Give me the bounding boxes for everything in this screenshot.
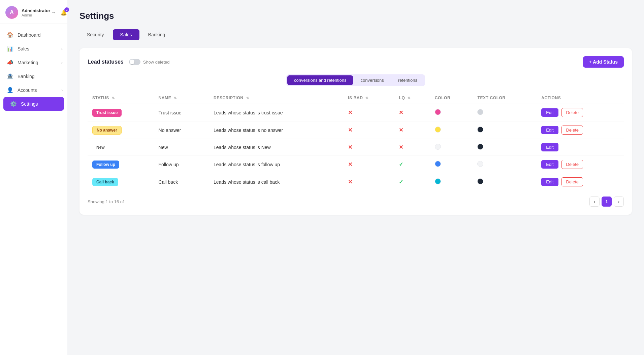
color-cell bbox=[430, 156, 473, 173]
actions-cell: Edit Delete bbox=[537, 173, 624, 191]
home-icon: 🏠 bbox=[7, 32, 13, 38]
col-status: STATUS ⇅ bbox=[88, 92, 154, 104]
lq-cell: ✓ bbox=[394, 156, 430, 173]
section-header-left: Lead statuses Show deleted bbox=[88, 59, 170, 65]
chevron-right-icon: › bbox=[61, 47, 63, 51]
color-cell bbox=[430, 139, 473, 156]
sidebar-item-accounts[interactable]: 👤 Accounts › bbox=[0, 83, 67, 97]
filter-tab-group: conversions and retentions conversions r… bbox=[286, 74, 425, 86]
check-icon: ✓ bbox=[399, 162, 403, 167]
table-body: Trust issue Trust issue Leads whose stat… bbox=[88, 104, 624, 191]
toggle-knob bbox=[130, 60, 134, 64]
text-color-dot bbox=[477, 127, 483, 133]
is-bad-cell: ✕ bbox=[343, 104, 394, 121]
pagination-info: Showing 1 to 16 of bbox=[88, 199, 124, 204]
text-color-cell bbox=[473, 104, 537, 121]
delete-button[interactable]: Delete bbox=[561, 126, 583, 135]
color-dot bbox=[435, 144, 441, 150]
page-title: Settings bbox=[79, 11, 632, 21]
sort-icon: ⇅ bbox=[174, 96, 177, 100]
description-cell: Leads whose status is trust issue bbox=[209, 104, 343, 121]
notification-button[interactable]: 🔔 2 bbox=[60, 9, 68, 16]
text-color-dot bbox=[477, 144, 483, 150]
user-info: Administrator Admin bbox=[22, 8, 50, 17]
chevron-right-icon: › bbox=[61, 61, 63, 65]
logout-button[interactable]: → bbox=[50, 9, 57, 16]
avatar: A bbox=[5, 6, 18, 19]
filter-tab-retentions[interactable]: retentions bbox=[391, 75, 424, 85]
add-status-button[interactable]: + Add Status bbox=[583, 56, 624, 68]
sidebar-item-label: Settings bbox=[21, 101, 38, 107]
color-dot bbox=[435, 178, 441, 184]
text-color-cell bbox=[473, 121, 537, 139]
tab-banking[interactable]: Banking bbox=[141, 29, 173, 40]
delete-button[interactable]: Delete bbox=[561, 177, 583, 186]
table-row: No answer No answer Leads whose status i… bbox=[88, 121, 624, 139]
status-badge: Follow up bbox=[92, 161, 119, 169]
tab-sales[interactable]: Sales bbox=[113, 29, 139, 40]
edit-button[interactable]: Edit bbox=[541, 160, 558, 169]
text-color-dot bbox=[477, 109, 483, 115]
settings-icon: ⚙️ bbox=[10, 101, 17, 107]
user-role: Admin bbox=[22, 13, 50, 17]
name-cell: Call back bbox=[154, 173, 209, 191]
delete-button[interactable]: Delete bbox=[561, 160, 583, 169]
main-content: Settings Security Sales Banking Lead sta… bbox=[67, 0, 644, 355]
is-bad-cell: ✕ bbox=[343, 121, 394, 139]
x-icon: ✕ bbox=[348, 144, 352, 150]
sidebar-user: A Administrator Admin bbox=[5, 6, 50, 19]
col-name: NAME ⇅ bbox=[154, 92, 209, 104]
delete-button[interactable]: Delete bbox=[561, 108, 583, 117]
is-bad-cell: ✕ bbox=[343, 173, 394, 191]
prev-page-button[interactable]: ‹ bbox=[589, 197, 600, 207]
sidebar-nav: 🏠 Dashboard 📊 Sales › 📣 Marketing › 🏦 Ba… bbox=[0, 24, 67, 355]
name-cell: Follow up bbox=[154, 156, 209, 173]
lq-cell: ✕ bbox=[394, 121, 430, 139]
section-title: Lead statuses bbox=[88, 59, 124, 65]
description-cell: Leads whose status is follow up bbox=[209, 156, 343, 173]
x-icon: ✕ bbox=[348, 110, 352, 115]
color-dot bbox=[435, 127, 441, 133]
text-color-cell bbox=[473, 173, 537, 191]
filter-tab-conversions[interactable]: conversions bbox=[354, 75, 390, 85]
table-row: Follow up Follow up Leads whose status i… bbox=[88, 156, 624, 173]
actions-cell: Edit bbox=[537, 139, 624, 156]
edit-button[interactable]: Edit bbox=[541, 143, 558, 151]
user-name: Administrator bbox=[22, 8, 50, 13]
sidebar-item-banking[interactable]: 🏦 Banking bbox=[0, 69, 67, 83]
edit-button[interactable]: Edit bbox=[541, 178, 558, 186]
text-color-cell bbox=[473, 139, 537, 156]
sidebar-item-dashboard[interactable]: 🏠 Dashboard bbox=[0, 28, 67, 42]
x-icon: ✕ bbox=[348, 162, 352, 167]
current-page: 1 bbox=[602, 197, 612, 207]
table-row: New New Leads whose status is New ✕ ✕ Ed… bbox=[88, 139, 624, 156]
sidebar-item-sales[interactable]: 📊 Sales › bbox=[0, 42, 67, 56]
filter-tab-conversions-retentions[interactable]: conversions and retentions bbox=[287, 75, 353, 85]
page-tabs: Security Sales Banking bbox=[79, 29, 632, 40]
sidebar-item-label: Sales bbox=[18, 46, 29, 51]
show-deleted-toggle[interactable] bbox=[129, 59, 140, 65]
sidebar-item-label: Marketing bbox=[18, 60, 38, 65]
actions-cell: Edit Delete bbox=[537, 156, 624, 173]
table-row: Trust issue Trust issue Leads whose stat… bbox=[88, 104, 624, 121]
lq-cell: ✕ bbox=[394, 104, 430, 121]
is-bad-cell: ✕ bbox=[343, 139, 394, 156]
edit-button[interactable]: Edit bbox=[541, 126, 558, 134]
table-header: STATUS ⇅ NAME ⇅ DESCRIPTION ⇅ IS BAD ⇅ bbox=[88, 92, 624, 104]
sort-icon: ⇅ bbox=[408, 96, 411, 100]
sidebar-item-settings[interactable]: ⚙️ Settings bbox=[3, 97, 64, 111]
x-icon: ✕ bbox=[399, 110, 403, 115]
next-page-button[interactable]: › bbox=[614, 197, 624, 207]
x-icon: ✕ bbox=[399, 127, 403, 133]
color-cell bbox=[430, 121, 473, 139]
status-badge: New bbox=[92, 143, 109, 151]
tab-security[interactable]: Security bbox=[79, 29, 111, 40]
lq-cell: ✕ bbox=[394, 139, 430, 156]
edit-button[interactable]: Edit bbox=[541, 108, 558, 117]
sort-icon: ⇅ bbox=[246, 96, 249, 100]
status-badge: Call back bbox=[92, 178, 118, 186]
x-icon: ✕ bbox=[348, 179, 352, 185]
lq-cell: ✓ bbox=[394, 173, 430, 191]
sidebar-item-marketing[interactable]: 📣 Marketing › bbox=[0, 56, 67, 69]
check-icon: ✓ bbox=[399, 179, 403, 185]
